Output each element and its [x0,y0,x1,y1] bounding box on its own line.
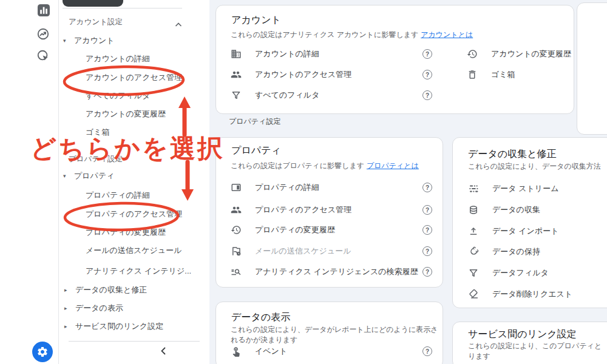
help-icon[interactable]: ? [422,183,432,192]
row-intelligence-search-history[interactable]: アナリティクス インテリジェンスの検索履歴 ? [231,265,432,279]
property-selector-pill[interactable] [63,0,123,7]
row-account-details[interactable]: アカウントの詳細 ? [231,47,432,61]
triangle-right-icon[interactable]: ▸ [64,305,67,311]
row-property-history[interactable]: プロパティの変更履歴 ? [231,223,432,237]
row-data-deletion[interactable]: データ削除リクエスト [468,287,605,302]
annotation-text: どちらかを選択 [30,132,225,166]
sidebar-item-account[interactable]: アカウント [74,35,115,46]
sidebar-item-analytics-intelligence[interactable]: アナリティクス インテリジ... [86,266,191,277]
display-card-title: データの表示 [231,311,290,324]
row-property-access[interactable]: プロパティのアクセス管理 ? [231,203,432,217]
account-card: アカウント これらの設定はアナリティクス アカウントに影響しますアカウントとは … [215,5,574,114]
row-data-retention[interactable]: データの保持 [468,244,605,259]
triangle-right-icon[interactable]: ▸ [64,287,67,293]
filter-icon [468,268,479,278]
explore-icon[interactable] [36,49,50,65]
sidebar-item-property-details[interactable]: プロパティの詳細 [86,190,150,201]
property-section-label: プロパティ設定 [229,116,280,127]
sidebar-item-account-details[interactable]: アカウントの詳細 [86,53,150,64]
people-icon [231,69,242,80]
ga-admin-screen: アカウント設定 ▾ アカウント アカウントの詳細 アカウントのアクセス管理 すべ… [0,0,607,364]
help-icon[interactable]: ? [422,246,432,256]
row-data-import[interactable]: データ インポート [468,224,605,238]
account-card-title: アカウント [231,13,281,27]
search-history-icon [231,266,242,277]
sidebar-item-data-display[interactable]: データの表示 [75,303,123,314]
clipped-card [577,2,607,135]
triangle-down-icon[interactable]: ▾ [63,38,66,44]
triangle-right-icon[interactable]: ▸ [64,323,67,329]
data-collection-card: データの収集と修正 これらの設定により、データの収集方法 データ ストリーム デ… [452,137,607,308]
property-help-link[interactable]: プロパティとは [367,161,419,170]
row-account-history[interactable]: アカウントの変更履歴 [467,47,574,61]
domain-icon [231,49,242,59]
collection-card-subtitle: これらの設定により、データの収集方法 [468,161,601,172]
property-card: プロパティ これらの設定はプロパティに影響しますプロパティとは プロパティの詳細… [215,137,443,288]
help-icon[interactable]: ? [422,267,432,277]
account-card-subtitle: これらの設定はアナリティクス アカウントに影響しますアカウントとは [231,30,473,40]
sidebar-item-email-schedule[interactable]: メールの送信スケジュール [86,245,181,256]
help-icon[interactable]: ? [422,90,432,100]
row-data-collection[interactable]: データの収集 [468,203,605,217]
schedule-send-icon [231,246,242,257]
filter-icon [231,90,242,101]
advertising-icon[interactable] [36,27,50,43]
sidebar-bottom-divider [69,341,200,342]
display-card-subtitle: これらの設定により、データがレポート上にどのように表示されるかが決まります [231,325,443,345]
links-card-subtitle: これらの設定により、このプロパティと [468,341,602,351]
property-card-subtitle: これらの設定はプロパティに影響しますプロパティとは [231,161,419,171]
history-icon [231,224,242,235]
touch-icon [231,346,242,357]
database-icon [468,204,479,215]
row-email-schedule[interactable]: メールの送信スケジュール ? [231,244,432,258]
nav-rail [0,0,59,364]
links-card-subtitle-line2: ります [468,351,490,362]
sidebar-item-property[interactable]: プロパティ [74,170,115,181]
sidebar-item-property-access[interactable]: プロパティのアクセス管理 [86,209,182,220]
data-stream-icon [468,183,479,194]
admin-gear-icon[interactable] [32,342,53,362]
sidebar-item-account-history[interactable]: アカウントの変更履歴 [86,109,166,120]
property-card-title: プロパティ [231,144,281,157]
help-icon[interactable]: ? [422,49,432,59]
chevron-up-icon[interactable] [175,19,182,30]
magnet-icon [468,246,479,257]
row-account-access[interactable]: アカウントのアクセス管理 ? [231,67,432,82]
account-help-link[interactable]: アカウントとは [421,30,473,39]
sidebar-item-account-access[interactable]: アカウントのアクセス管理 [86,72,182,83]
property-details-icon [231,182,242,193]
row-events[interactable]: イベント ? [231,344,432,359]
row-trash[interactable]: ゴミ箱 [467,67,574,82]
row-data-streams[interactable]: データ ストリーム [468,181,605,196]
help-icon[interactable]: ? [422,70,432,79]
reports-icon[interactable] [38,4,50,19]
row-data-filters[interactable]: データフィルタ [468,266,605,280]
sidebar-item-data-collection[interactable]: データの収集と修正 [75,285,147,295]
row-property-details[interactable]: プロパティの詳細 ? [231,180,432,195]
links-card-title: サービス間のリンク設定 [468,328,577,341]
sidebar-item-property-history[interactable]: プロパティの変更履歴 [86,227,166,238]
eraser-icon [468,289,479,300]
upload-icon [468,226,479,237]
collection-card-title: データの収集と修正 [468,147,557,161]
trash-icon [467,69,478,80]
people-icon [231,204,242,215]
triangle-down-icon[interactable]: ▾ [63,173,66,179]
help-icon[interactable]: ? [422,346,432,356]
admin-sidebar: アカウント設定 ▾ アカウント アカウントの詳細 アカウントのアクセス管理 すべ… [59,0,209,364]
row-all-filters[interactable]: すべてのフィルタ ? [231,88,432,103]
help-icon[interactable]: ? [422,205,432,215]
help-icon[interactable]: ? [422,225,432,235]
history-icon [467,49,478,59]
sidebar-item-all-filters[interactable]: すべてのフィルタ [86,90,150,101]
sidebar-header-account-settings: アカウント設定 [69,16,123,27]
collapse-sidebar-icon[interactable] [160,346,166,358]
sidebar-top-divider [63,8,182,8]
sidebar-item-product-links[interactable]: サービス間のリンク設定 [75,321,163,332]
data-display-card: データの表示 これらの設定により、データがレポート上にどのように表示されるかが決… [215,302,443,364]
product-links-card: サービス間のリンク設定 これらの設定により、このプロパティと ります [452,322,607,364]
